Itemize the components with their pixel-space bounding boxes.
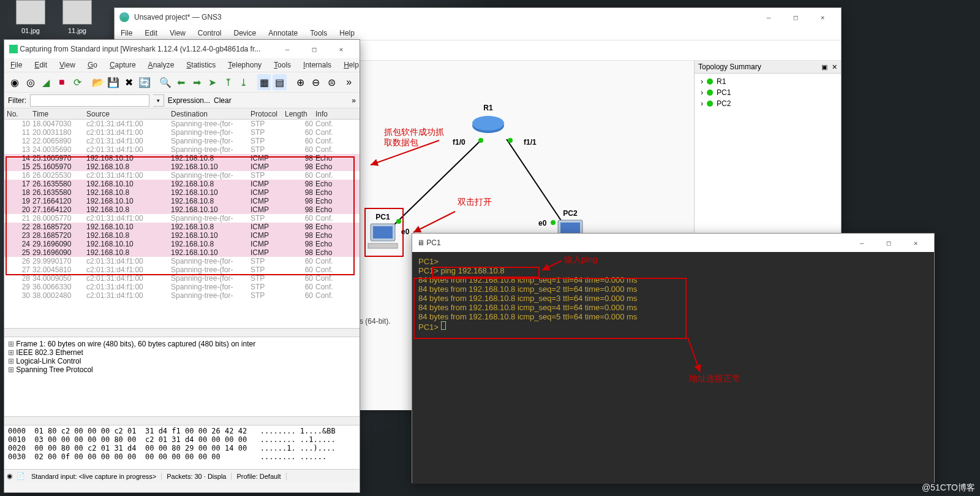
menu-help[interactable]: Help — [337, 28, 357, 39]
zoom-in-icon[interactable]: ⊕ — [293, 74, 307, 90]
overflow-icon[interactable]: » — [352, 96, 356, 105]
close-button[interactable]: ✕ — [328, 40, 355, 58]
start-capture-icon[interactable]: ◢ — [39, 74, 53, 90]
topology-item[interactable]: ›R1 — [701, 76, 835, 87]
close-file-icon[interactable]: ✖ — [123, 74, 137, 90]
packet-row[interactable]: 1425.1605970192.168.10.10192.168.10.8ICM… — [4, 154, 360, 162]
packet-row[interactable]: 1018.0047030c2:01:31:d4:f1:00Spanning-tr… — [4, 120, 360, 128]
packet-row[interactable]: 2732.0045810c2:01:31:d4:f1:00Spanning-tr… — [4, 265, 360, 274]
menu-view[interactable]: View — [167, 28, 188, 39]
menu-edit[interactable]: Edit — [142, 28, 160, 39]
packet-row[interactable]: 2936.0066330c2:01:31:d4:f1:00Spanning-tr… — [4, 283, 360, 291]
packet-row[interactable]: 2429.1696090192.168.10.10192.168.10.8ICM… — [4, 240, 360, 248]
menu-annotate[interactable]: Annotate — [266, 28, 300, 39]
detail-tree-item[interactable]: Frame 1: 60 bytes on wire (480 bits), 60… — [8, 340, 356, 348]
detail-tree-item[interactable]: IEEE 802.3 Ethernet — [8, 348, 356, 357]
options-icon[interactable]: ◎ — [24, 74, 38, 90]
stop-capture-icon[interactable]: ■ — [55, 74, 69, 90]
packet-row[interactable]: 1324.0035690c2:01:31:d4:f1:00Spanning-tr… — [4, 145, 360, 154]
router-icon — [470, 112, 507, 137]
menu-go[interactable]: Go — [85, 59, 100, 71]
menu-internals[interactable]: Internals — [301, 59, 334, 71]
packet-list-header[interactable]: No. Time Source Destination Protocol Len… — [4, 109, 360, 120]
filter-input[interactable] — [30, 94, 149, 107]
svg-rect-15 — [373, 226, 393, 238]
minimize-button[interactable]: — — [848, 234, 875, 251]
node-r1[interactable]: R1 — [470, 104, 507, 139]
menu-edit[interactable]: Edit — [32, 59, 50, 71]
terminal-line: 84 bytes from 192.168.10.8 icmp_seq=2 tt… — [418, 284, 928, 294]
zoom-reset-icon[interactable]: ⊜ — [325, 74, 339, 90]
menu-file[interactable]: File — [118, 28, 135, 39]
go-last-icon[interactable]: ⤓ — [236, 74, 251, 90]
detail-tree-item[interactable]: Spanning Tree Protocol — [8, 365, 356, 374]
menu-analyze[interactable]: Analyze — [146, 59, 177, 71]
zoom-out-icon[interactable]: ⊖ — [309, 74, 323, 90]
undock-icon[interactable]: ▣ — [821, 63, 827, 71]
packet-row[interactable]: 2834.0009050c2:01:31:d4:f1:00Spanning-tr… — [4, 274, 360, 283]
reload-icon[interactable]: 🔄 — [138, 74, 152, 90]
maximize-button[interactable]: □ — [301, 40, 328, 58]
menu-file[interactable]: File — [8, 59, 24, 71]
packet-row[interactable]: 2128.0005770c2:01:31:d4:f1:00Spanning-tr… — [4, 214, 360, 223]
packet-list[interactable]: 1018.0047030c2:01:31:d4:f1:00Spanning-tr… — [4, 120, 360, 328]
menu-help[interactable]: Help — [341, 59, 361, 71]
menu-telephony[interactable]: Telephony — [225, 59, 264, 71]
packet-row[interactable]: 1120.0031180c2:01:31:d4:f1:00Spanning-tr… — [4, 128, 360, 137]
back-icon[interactable]: ⬅ — [174, 74, 188, 90]
topology-item[interactable]: ›PC2 — [701, 98, 835, 109]
close-button[interactable]: ✕ — [902, 234, 929, 251]
find-icon[interactable]: 🔍 — [159, 74, 173, 90]
desktop-file-01[interactable]: 01.jpg — [12, 0, 49, 34]
iface-list-icon[interactable]: ◉ — [8, 74, 22, 90]
desktop-file-11[interactable]: 11.jpg — [59, 0, 96, 34]
forward-icon[interactable]: ➡ — [190, 74, 204, 90]
open-icon[interactable]: 📂 — [91, 74, 105, 90]
minimize-button[interactable]: — — [274, 40, 301, 58]
packet-row[interactable]: 1726.1635580192.168.10.10192.168.10.8ICM… — [4, 180, 360, 188]
packet-row[interactable]: 1525.1605970192.168.10.8192.168.10.10ICM… — [4, 162, 360, 171]
restart-capture-icon[interactable]: ⟳ — [70, 74, 85, 90]
gns3-titlebar[interactable]: Unsaved project* — GNS3 — □ ✕ — [115, 8, 841, 26]
detail-tree-item[interactable]: Logical-Link Control — [8, 357, 356, 365]
menu-tools[interactable]: Tools — [307, 28, 330, 39]
autoscroll-icon[interactable]: ▤ — [273, 74, 287, 90]
topology-item[interactable]: ›PC1 — [701, 87, 835, 98]
menu-control[interactable]: Control — [195, 28, 224, 39]
packet-row[interactable]: 2529.1696090192.168.10.8192.168.10.10ICM… — [4, 248, 360, 257]
menu-device[interactable]: Device — [232, 28, 259, 39]
colorize-icon[interactable]: ▦ — [257, 74, 271, 90]
packet-row[interactable]: 1826.1635580192.168.10.8192.168.10.10ICM… — [4, 188, 360, 197]
jump-icon[interactable]: ➤ — [205, 74, 219, 90]
terminal-body[interactable]: PC1>PC1> ping 192.168.10.884 bytes from … — [412, 252, 934, 484]
h-scrollbar[interactable] — [4, 328, 360, 337]
menu-statistics[interactable]: Statistics — [184, 59, 218, 71]
hex-view[interactable]: 0000 01 80 c2 00 00 00 c2 01 31 d4 f1 00… — [4, 425, 360, 469]
menu-capture[interactable]: Capture — [107, 59, 138, 71]
packet-row[interactable]: 1222.0065890c2:01:31:d4:f1:00Spanning-tr… — [4, 137, 360, 145]
menu-tools[interactable]: Tools — [271, 59, 293, 71]
packet-row[interactable]: 3038.0002480c2:01:31:d4:f1:00Spanning-tr… — [4, 291, 360, 300]
close-panel-icon[interactable]: ✕ — [832, 63, 837, 71]
minimize-button[interactable]: — — [755, 9, 782, 26]
packet-details[interactable]: Frame 1: 60 bytes on wire (480 bits), 60… — [4, 337, 360, 416]
packet-row[interactable]: 1626.0025530c2:01:31:d4:f1:00Spanning-tr… — [4, 171, 360, 180]
gns3-title: Unsaved project* — GNS3 — [134, 13, 222, 21]
close-button[interactable]: ✕ — [809, 9, 836, 26]
h-scrollbar[interactable] — [4, 416, 360, 425]
node-pc1[interactable]: PC1 — [366, 213, 400, 253]
go-first-icon[interactable]: ⤒ — [221, 74, 235, 90]
packet-row[interactable]: 1927.1664120192.168.10.10192.168.10.8ICM… — [4, 197, 360, 205]
clear-link[interactable]: Clear — [214, 96, 232, 105]
expression-link[interactable]: Expression... — [168, 96, 210, 105]
filter-dropdown-icon[interactable]: ▾ — [153, 94, 164, 107]
packet-row[interactable]: 2328.1685720192.168.10.8192.168.10.10ICM… — [4, 231, 360, 240]
packet-row[interactable]: 2228.1685720192.168.10.10192.168.10.8ICM… — [4, 223, 360, 231]
maximize-button[interactable]: □ — [875, 234, 902, 251]
menu-view[interactable]: View — [57, 59, 78, 71]
save-icon[interactable]: 💾 — [107, 74, 121, 90]
overflow-icon[interactable]: » — [342, 74, 356, 90]
packet-row[interactable]: 2027.1664120192.168.10.8192.168.10.10ICM… — [4, 205, 360, 214]
maximize-button[interactable]: □ — [782, 9, 809, 26]
packet-row[interactable]: 2629.9990170c2:01:31:d4:f1:00Spanning-tr… — [4, 257, 360, 265]
